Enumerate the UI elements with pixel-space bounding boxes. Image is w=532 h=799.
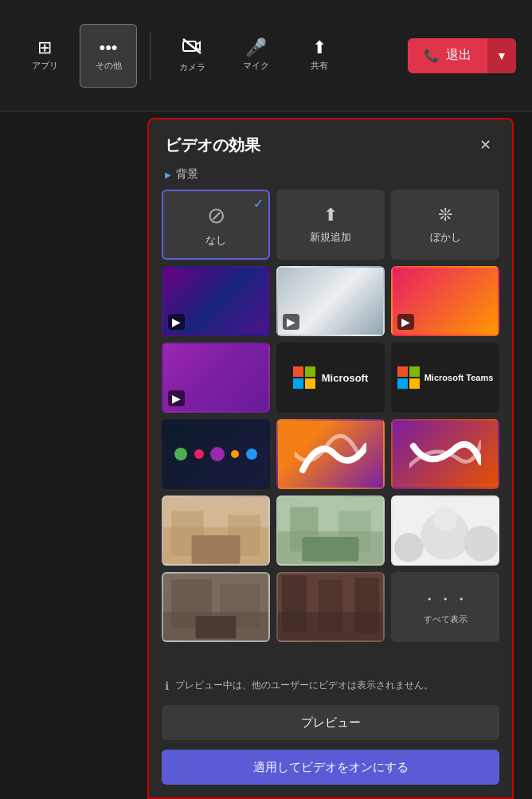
mic-label: マイク [243,60,269,72]
background-none-item[interactable]: ⊘ なし ✓ [162,190,270,260]
video-play-icon: ▶ [168,314,185,330]
blur-label: ぼかし [430,230,461,245]
room2-svg [278,497,383,564]
toolbar: ⊞ アプリ ••• その他 カメラ 🎤 マイク ⬆ 共有 📞 退出 [0,0,532,112]
preview-button[interactable]: プレビュー [162,705,499,740]
microsoft-logo [293,366,315,389]
toolbar-other-button[interactable]: ••• その他 [80,24,137,88]
ribbon1-svg [295,430,366,478]
background-grid: ⊘ なし ✓ ⬆ 新規追加 ❊ ぼかし ▶ ▶ [162,190,499,648]
info-icon: ℹ [165,680,169,692]
chevron-right-icon: ▶ [165,170,171,179]
leave-button[interactable]: 📞 退出 [408,38,487,73]
background-more-item[interactable]: ・・・ すべて表示 [391,572,499,642]
room3-svg [393,497,498,564]
room1-svg [163,497,268,564]
panel-header: ビデオの効果 ✕ [149,119,512,164]
background-room3-item[interactable] [391,495,499,566]
svg-rect-25 [354,578,378,633]
teams-logo-grid [397,366,420,389]
background-sunset-item[interactable]: ▶ [391,266,499,336]
svg-rect-10 [302,537,358,561]
dots-decoration [163,421,268,488]
room5-svg [278,574,383,640]
info-text: プレビュー中は、他のユーザーにビデオは表示されません。 [175,679,433,692]
background-blur-item[interactable]: ❊ ぼかし [391,190,499,260]
leave-label: 退出 [446,47,471,64]
ribbon2-svg [409,430,481,478]
background-winter-item[interactable]: ▶ [276,266,385,336]
video-play-icon-3: ▶ [397,314,414,330]
camera-icon [182,37,202,58]
background-mountains-item[interactable]: ▶ [162,266,270,336]
app-icon: ⊞ [37,39,52,57]
video-play-icon-2: ▶ [283,314,299,330]
section-background-header: ▶ 背景 [149,164,512,190]
share-label: 共有 [311,60,328,72]
toolbar-camera-button[interactable]: カメラ [163,24,221,88]
more-label: すべて表示 [424,613,467,625]
svg-point-14 [464,526,498,562]
leave-group: 📞 退出 ▼ [408,38,516,73]
svg-point-15 [433,507,457,531]
toolbar-share-button[interactable]: ⬆ 共有 [291,24,348,88]
svg-point-13 [394,533,424,562]
phone-icon: 📞 [424,48,440,63]
add-icon: ⬆ [323,205,338,225]
chevron-down-icon: ▼ [496,49,507,62]
info-bar: ℹ プレビュー中は、他のユーザーにビデオは表示されません。 [149,671,512,700]
share-icon: ⬆ [312,39,327,57]
background-grid-area[interactable]: ⊘ なし ✓ ⬆ 新規追加 ❊ ぼかし ▶ ▶ [149,190,512,671]
other-label: その他 [96,60,122,72]
camera-label: カメラ [179,61,205,73]
background-add-item[interactable]: ⬆ 新規追加 [276,190,385,260]
divider [150,32,151,80]
svg-rect-23 [282,575,306,632]
background-ribbon2-item[interactable] [391,419,499,489]
toolbar-mic-button[interactable]: 🎤 マイク [227,24,284,88]
background-purple-item[interactable]: ▶ [162,343,270,413]
other-icon: ••• [99,39,117,57]
blur-icon: ❊ [438,205,452,225]
panel-title: ビデオの効果 [165,135,260,156]
room4-svg [163,574,268,640]
leave-dropdown-button[interactable]: ▼ [487,38,516,73]
app-label: アプリ [32,60,58,72]
check-icon: ✓ [253,196,264,211]
more-dots: ・・・ [421,589,469,610]
teams-text: Microsoft Teams [424,373,494,382]
add-label: 新規追加 [310,230,351,245]
section-background-label: 背景 [176,167,198,182]
background-microsoft-item[interactable]: Microsoft [276,343,385,413]
video-effects-panel: ビデオの効果 ✕ ▶ 背景 ⊘ なし ✓ ⬆ 新規追加 ❊ ぼかし [147,118,514,799]
svg-rect-24 [319,579,342,632]
background-room5-item[interactable] [276,572,385,642]
background-teams-item[interactable]: Microsoft Teams [391,343,499,413]
toolbar-app-button[interactable]: ⊞ アプリ [16,24,73,88]
panel-close-button[interactable]: ✕ [474,134,496,156]
background-room1-item[interactable] [162,495,270,566]
microsoft-text: Microsoft [322,372,369,384]
background-room2-item[interactable] [276,495,385,566]
none-label: なし [205,233,226,248]
mic-icon: 🎤 [245,39,267,57]
background-ribbon1-item[interactable] [276,419,385,489]
svg-rect-20 [196,616,237,638]
background-abstract-dots-item[interactable] [162,419,270,489]
background-room4-item[interactable] [162,572,270,642]
apply-button[interactable]: 適用してビデオをオンにする [162,750,499,785]
none-icon: ⊘ [207,202,225,229]
svg-rect-5 [192,535,241,564]
video-play-icon-4: ▶ [168,390,185,406]
